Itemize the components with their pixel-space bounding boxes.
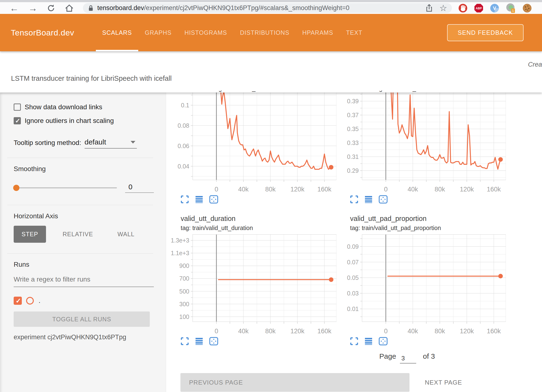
smoothing-value-input[interactable]: 0 xyxy=(125,183,154,193)
green-dot-extension-icon[interactable]: 1 xyxy=(506,3,516,13)
svg-text:0.37: 0.37 xyxy=(347,112,359,118)
chevron-down-icon xyxy=(131,141,135,144)
run-row: . xyxy=(14,297,166,305)
experiment-subheader: Crea LSTM transducer training for LibriS… xyxy=(0,51,542,92)
experiment-id-text: experiment cj2vtPiwQHKN9Q1tx6PTpg xyxy=(14,334,166,341)
extensions-row: ABP V 1 xyxy=(458,3,532,13)
svg-text:80k: 80k xyxy=(435,186,445,193)
svg-text:0: 0 xyxy=(215,328,218,335)
back-icon[interactable]: ← xyxy=(10,4,19,13)
svg-text:0.35: 0.35 xyxy=(347,126,359,132)
scalar-chart-top-left[interactable]: 0.040.060.080.1040k80k120k160k xyxy=(170,92,336,193)
svg-text:160k: 160k xyxy=(487,186,501,193)
svg-text:0.33: 0.33 xyxy=(347,139,359,146)
expand-chart-icon[interactable] xyxy=(350,337,358,346)
chart-title: valid_utt_pad_proportion xyxy=(350,215,506,223)
abp-extension-icon[interactable]: ABP xyxy=(474,3,484,13)
chart-card-top-right: 0.290.310.330.350.370.39040k80k120k160k xyxy=(339,92,506,205)
log-scale-icon[interactable] xyxy=(195,195,203,204)
next-page-button[interactable]: NEXT PAGE xyxy=(425,379,462,386)
scalar-chart-valid-utt-pad-proportion[interactable]: 0.010.030.050.070.09040k80k120k160k xyxy=(339,234,506,335)
show-download-links-checkbox[interactable] xyxy=(14,104,21,111)
svg-text:80k: 80k xyxy=(435,328,445,335)
page-label: Page xyxy=(379,352,396,360)
tab-distributions[interactable]: DISTRIBUTIONS xyxy=(233,14,296,51)
cookie-extension-icon[interactable] xyxy=(522,3,532,13)
url-bar[interactable]: tensorboard.dev/experiment/cj2vtPiwQHKN9… xyxy=(83,3,452,13)
svg-text:700: 700 xyxy=(179,275,189,282)
horizontal-axis-buttons: STEP RELATIVE WALL xyxy=(14,226,166,243)
svg-text:0.31: 0.31 xyxy=(347,153,359,160)
forward-icon[interactable]: → xyxy=(28,4,37,13)
svg-text:0.29: 0.29 xyxy=(347,167,359,174)
tooltip-sorting-select[interactable]: default xyxy=(85,138,137,149)
expand-chart-icon[interactable] xyxy=(180,195,189,204)
axis-wall-button[interactable]: WALL xyxy=(110,226,142,243)
svg-text:160k: 160k xyxy=(317,186,332,193)
svg-text:0.05: 0.05 xyxy=(347,274,359,281)
abp-label: ABP xyxy=(476,7,482,10)
ignore-outliers-checkbox[interactable] xyxy=(14,117,21,124)
chart-card-top-left: 0.040.060.080.1040k80k120k160k xyxy=(170,92,336,205)
charts-content: 0.040.060.080.1040k80k120k160k xyxy=(166,92,542,392)
chart-actions xyxy=(180,194,336,205)
nav-tabs: SCALARS GRAPHS HISTOGRAMS DISTRIBUTIONS … xyxy=(96,14,369,51)
svg-text:0.39: 0.39 xyxy=(347,98,359,104)
lock-icon xyxy=(88,5,94,12)
svg-text:0: 0 xyxy=(384,328,388,335)
v-extension-icon[interactable]: V xyxy=(490,3,499,13)
browser-toolbar: ← → tensorboard.dev/experiment/cj2vtPiwQ… xyxy=(0,2,542,14)
send-feedback-button[interactable]: SEND FEEDBACK xyxy=(447,24,524,41)
home-icon[interactable] xyxy=(65,4,74,13)
scalar-chart-valid-utt-duration[interactable]: 1003005007009001.1e+31.3e+3040k80k120k16… xyxy=(170,234,336,335)
axis-relative-button[interactable]: RELATIVE xyxy=(55,226,101,243)
log-scale-icon[interactable] xyxy=(195,337,203,346)
share-icon[interactable] xyxy=(425,4,433,13)
svg-text:900: 900 xyxy=(179,262,189,269)
tooltip-sorting-label: Tooltip sorting method: xyxy=(14,139,81,149)
scalar-chart-top-right[interactable]: 0.290.310.330.350.370.39040k80k120k160k xyxy=(339,92,506,193)
hand-blocker-extension-icon[interactable] xyxy=(458,3,468,13)
chart-card-valid-utt-duration: valid_utt_duration tag: train/valid_utt_… xyxy=(170,205,336,346)
bookmark-star-icon[interactable]: ☆ xyxy=(439,3,447,13)
tab-graphs[interactable]: GRAPHS xyxy=(138,14,178,51)
previous-page-button[interactable]: PREVIOUS PAGE xyxy=(180,373,409,392)
toggle-all-runs-button[interactable]: TOGGLE ALL RUNS xyxy=(14,311,150,327)
tab-scalars[interactable]: SCALARS xyxy=(96,14,138,51)
fit-domain-icon[interactable] xyxy=(209,337,218,346)
fit-domain-icon[interactable] xyxy=(379,337,388,346)
page-number-input[interactable]: 3 xyxy=(400,352,416,363)
smoothing-slider[interactable] xyxy=(14,187,117,188)
svg-text:120k: 120k xyxy=(290,328,305,335)
experiment-title: LSTM transducer training for LibriSpeech… xyxy=(11,75,172,82)
svg-text:0.07: 0.07 xyxy=(347,259,359,265)
tab-text[interactable]: TEXT xyxy=(340,14,369,51)
created-text-fragment: Crea xyxy=(528,61,542,68)
tab-histograms[interactable]: HISTOGRAMS xyxy=(178,14,234,51)
log-scale-icon[interactable] xyxy=(364,337,373,346)
tab-hparams[interactable]: HPARAMS xyxy=(296,14,340,51)
expand-chart-icon[interactable] xyxy=(350,195,358,204)
run-checkbox[interactable] xyxy=(14,297,22,305)
expand-chart-icon[interactable] xyxy=(180,337,189,346)
url-host: tensorboard.dev xyxy=(97,4,144,12)
svg-text:40k: 40k xyxy=(408,186,418,193)
svg-text:0: 0 xyxy=(215,186,218,193)
svg-text:1.3e+3: 1.3e+3 xyxy=(171,237,189,244)
svg-text:120k: 120k xyxy=(460,186,474,193)
reload-icon[interactable] xyxy=(46,4,56,13)
url-path: /experiment/cj2vtPiwQHKN9Q1tx6PTpg/#scal… xyxy=(144,4,349,12)
smoothing-slider-thumb[interactable] xyxy=(13,185,19,191)
svg-text:300: 300 xyxy=(179,301,189,307)
axis-step-button[interactable]: STEP xyxy=(14,226,46,243)
log-scale-icon[interactable] xyxy=(364,195,373,204)
runs-filter-input[interactable]: Write a regex to filter runs xyxy=(14,276,154,287)
settings-sidebar: Show data download links Ignore outliers… xyxy=(0,92,166,392)
svg-text:40k: 40k xyxy=(408,328,418,335)
svg-text:0.09: 0.09 xyxy=(347,243,359,250)
fit-domain-icon[interactable] xyxy=(209,195,218,204)
svg-text:0: 0 xyxy=(384,186,388,193)
svg-text:80k: 80k xyxy=(265,328,276,335)
fit-domain-icon[interactable] xyxy=(379,195,388,204)
tooltip-sorting-row: Tooltip sorting method: default xyxy=(14,138,166,149)
